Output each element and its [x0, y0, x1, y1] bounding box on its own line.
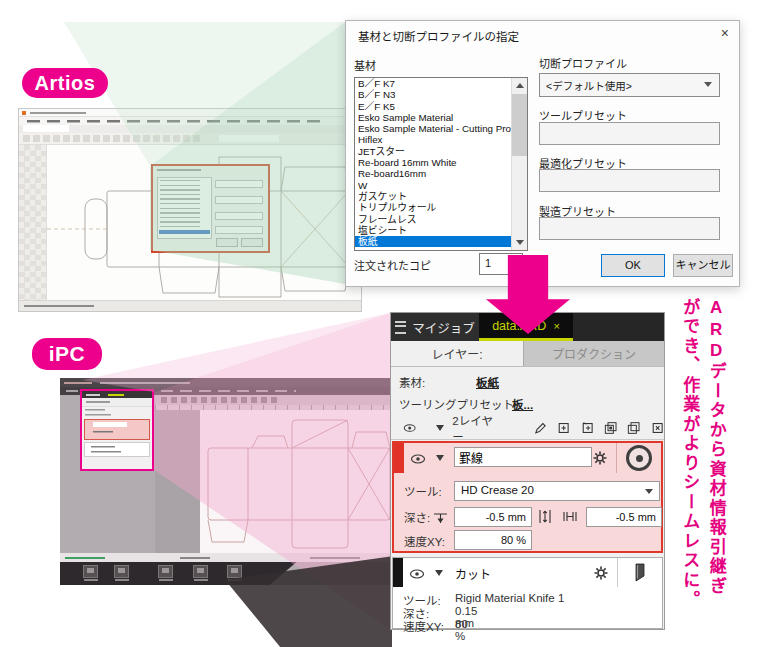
- material-item[interactable]: 塩ビシート: [355, 225, 512, 236]
- copies-value: 1: [485, 257, 491, 269]
- ipc-badge: iPC: [32, 338, 102, 370]
- mini-field: [215, 180, 263, 188]
- crease-tool-badge: [616, 443, 661, 473]
- dialog-title: 基材と切断プロファイルの指定: [358, 28, 519, 44]
- caption-vertical-text: ARDデータから資材情報引継ぎ ができ、作業がよりシームレスに。: [676, 298, 729, 646]
- scroll-thumb[interactable]: [512, 94, 527, 156]
- optimize-preset-field[interactable]: [539, 169, 720, 192]
- depth-range-icon[interactable]: [538, 509, 552, 524]
- copy-layer-icon[interactable]: [627, 420, 640, 436]
- material-item[interactable]: トリプルウォール: [355, 202, 512, 213]
- mini-cut-layer: [84, 442, 150, 457]
- crease-name-input[interactable]: [454, 447, 592, 467]
- close-tab-icon[interactable]: ×: [553, 320, 559, 332]
- cut-speed-label: 速度XY:: [403, 618, 455, 634]
- ipc-dock-button: [158, 565, 173, 578]
- crease-depth-left-field[interactable]: -0.5 mm: [454, 507, 532, 527]
- material-item[interactable]: B／F N3: [355, 89, 512, 100]
- ipc-mini-layers-panel: [80, 389, 154, 471]
- mini-field: [215, 212, 263, 220]
- eye-icon[interactable]: [409, 566, 425, 582]
- width-icon[interactable]: [562, 510, 578, 523]
- layers-toolbar: 2レイヤー: [391, 416, 664, 440]
- layer-cut[interactable]: カット ツール: Rigid Material Knife 1 深さ: 0.15…: [392, 557, 663, 629]
- material-link[interactable]: 板紙: [476, 374, 499, 390]
- crease-header: [394, 443, 661, 473]
- material-item[interactable]: Re-board16mm: [355, 168, 512, 179]
- substrate-dialog: 基材と切断プロファイルの指定 × 基材 B／F K7B／F N3E／F K5Es…: [345, 20, 740, 287]
- mini-ok-button: [216, 238, 238, 247]
- tool-preset-field[interactable]: [539, 122, 720, 145]
- delete-layer-icon[interactable]: [651, 420, 664, 436]
- ipc-dock-button: [83, 565, 98, 578]
- artios-badge: Artios: [22, 68, 108, 98]
- material-item[interactable]: W: [355, 180, 512, 191]
- material-item[interactable]: E／F K5: [355, 101, 512, 112]
- ipc-dieline-drawing: [200, 410, 398, 553]
- material-label: 素材:: [399, 377, 425, 389]
- ipc-canvas: [155, 410, 398, 553]
- ipc-dock-button: [193, 565, 208, 578]
- edit-pencil-icon[interactable]: [534, 420, 547, 436]
- artioscad-screenshot: [18, 108, 362, 312]
- ipc-artboard: [200, 410, 398, 553]
- tooling-link[interactable]: 板...: [512, 396, 533, 412]
- panel-subtabs: レイヤー: プロダクション: [391, 341, 664, 367]
- material-listbox[interactable]: B／F K7B／F N3E／F K5Esko Sample MaterialEs…: [354, 77, 528, 251]
- artios-document-tab: [19, 125, 361, 133]
- eye-icon[interactable]: [403, 420, 416, 436]
- material-item[interactable]: Esko Sample Material - Cutting Profile: [355, 123, 512, 134]
- list-icon: [395, 321, 406, 334]
- cutting-profile-label: 切断プロファイル: [539, 55, 627, 71]
- material-item[interactable]: Re-board 16mm White: [355, 157, 512, 168]
- mini-crease-layer: [84, 419, 150, 440]
- ipc-screenshot: [60, 378, 398, 585]
- mini-info-rows: [82, 407, 152, 418]
- material-item[interactable]: フレームレス: [355, 214, 512, 225]
- gear-icon[interactable]: [594, 566, 608, 580]
- material-item[interactable]: JETスター: [355, 146, 512, 157]
- cut-header: カット: [393, 558, 662, 587]
- caption-line-1: ARDデータから資材情報引継ぎ: [702, 298, 728, 646]
- mini-cancel-button: [241, 238, 263, 247]
- scroll-down-icon[interactable]: [512, 235, 527, 250]
- material-item[interactable]: B／F K7: [355, 78, 512, 89]
- mini-field: [215, 226, 263, 234]
- tooling-label: ツーリングプリセット :: [399, 399, 520, 411]
- material-item[interactable]: 板紙: [355, 236, 512, 247]
- material-item[interactable]: ガスケット: [355, 191, 512, 202]
- scroll-up-icon[interactable]: [512, 78, 527, 93]
- crease-speed-label: 速度XY:: [404, 533, 445, 549]
- material-item[interactable]: Hiflex: [355, 134, 512, 145]
- ok-button[interactable]: OK: [601, 254, 665, 277]
- collapse-icon[interactable]: [436, 455, 444, 461]
- layer-crease[interactable]: ツール: HD Crease 20 深さ: -0.5 mm -0.5 mm 速度…: [392, 441, 663, 553]
- scrollbar[interactable]: [511, 78, 527, 250]
- material-items: B／F K7B／F N3E／F K5Esko Sample MaterialEs…: [355, 78, 512, 250]
- cancel-button[interactable]: キャンセル: [673, 254, 733, 277]
- add-layer-icon[interactable]: [557, 420, 570, 436]
- eye-icon[interactable]: [410, 451, 426, 467]
- collapse-icon[interactable]: [435, 570, 443, 576]
- tab-layers[interactable]: レイヤー:: [391, 341, 523, 366]
- cut-layer-name: カット: [455, 565, 491, 582]
- artios-titlebar: [19, 109, 361, 117]
- crease-depth-right-field[interactable]: -0.5 mm: [586, 507, 662, 527]
- import-layer-icon[interactable]: [581, 420, 594, 436]
- tab-production[interactable]: プロダクション: [523, 341, 664, 366]
- ipc-dock-button: [227, 565, 242, 578]
- ipc-toolbar: [155, 395, 398, 405]
- artios-toolbar: [19, 133, 361, 145]
- material-item[interactable]: Esko Sample Material: [355, 112, 512, 123]
- collapse-icon[interactable]: [436, 425, 444, 431]
- crease-tool-select[interactable]: HD Crease 20: [454, 481, 660, 501]
- mini-tab-strip: [82, 391, 152, 398]
- manufacture-preset-field[interactable]: [539, 217, 720, 240]
- close-icon[interactable]: ×: [721, 26, 729, 40]
- gear-icon[interactable]: [593, 451, 607, 465]
- layer-color-bar: [393, 558, 403, 587]
- cutting-profile-select[interactable]: <デフォルト使用>: [539, 73, 720, 97]
- crease-speed-field[interactable]: 80 %: [454, 530, 532, 550]
- tab-myjobs[interactable]: マイジョブ: [391, 313, 479, 341]
- duplicate-layer-icon[interactable]: [604, 420, 617, 436]
